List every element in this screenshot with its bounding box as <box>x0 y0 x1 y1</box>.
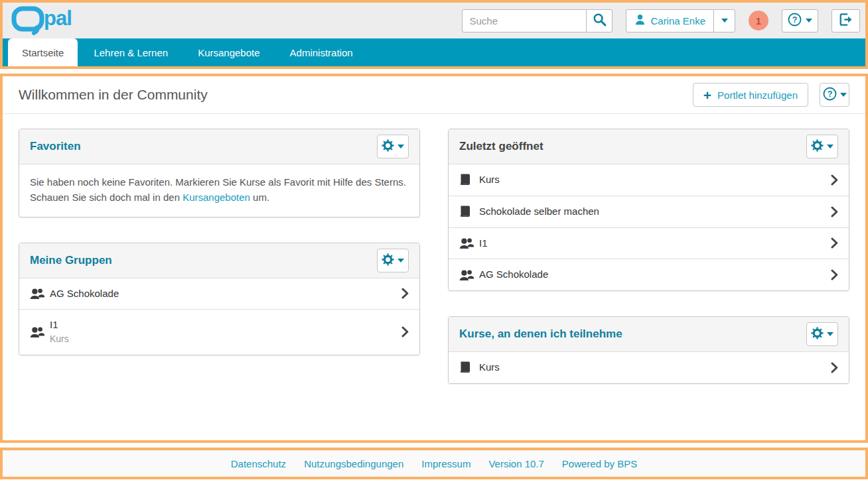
meine-gruppen-list: AG Schokolade I1 Kurs <box>19 278 419 355</box>
search-input[interactable] <box>462 9 587 32</box>
gear-icon <box>382 139 394 154</box>
footer-link[interactable]: Nutzungsbedingungen <box>304 458 403 469</box>
portlet-header: Kurse, an denen ich teilnehme <box>449 317 849 352</box>
footer-link[interactable]: Impressum <box>421 458 470 469</box>
portlet-title: Meine Gruppen <box>30 254 112 267</box>
portlet-settings-button[interactable] <box>806 135 838 158</box>
nav-tab[interactable]: Lehren & Lernen <box>80 38 182 66</box>
chevron-right-icon <box>831 174 838 186</box>
notification-badge[interactable]: 1 <box>749 11 768 30</box>
chevron-down-icon <box>721 19 728 23</box>
nav-tab[interactable]: Startseite <box>8 38 78 66</box>
nav-tab[interactable]: Administration <box>276 38 367 66</box>
chevron-down-icon <box>840 93 847 97</box>
portlets-right-column: Zuletzt geöffnet <box>448 129 849 384</box>
portlet-settings-button[interactable] <box>377 135 409 158</box>
top-header: pal <box>3 3 865 38</box>
user-menu-button[interactable]: Carina Enke <box>626 9 714 32</box>
search-icon <box>593 13 607 29</box>
main-navigation: StartseiteLehren & LernenKursangeboteAdm… <box>3 38 865 66</box>
kurse-teilnehme-list: Kurs <box>449 352 849 383</box>
portlet-header: Zuletzt geöffnet <box>449 129 849 164</box>
user-name: Carina Enke <box>650 15 705 27</box>
zuletzt-geoeffnet-portlet: Zuletzt geöffnet <box>448 129 849 291</box>
svg-text:?: ? <box>792 15 798 25</box>
group-icon <box>30 288 50 300</box>
page-actions: + Portlet hinzufügen ? <box>693 83 849 107</box>
list-item-label: I1 <box>50 319 401 331</box>
portlets-grid: Favoriten <box>3 114 865 398</box>
favoriten-empty-text: Sie haben noch keine Favoriten. Markiere… <box>19 164 417 217</box>
nav-tab[interactable]: Kursangebote <box>184 38 273 66</box>
chevron-right-icon <box>831 269 838 280</box>
list-item[interactable]: Kurs <box>449 164 849 196</box>
meine-gruppen-portlet: Meine Gruppen <box>19 243 420 355</box>
gear-icon <box>811 327 824 341</box>
portlet-settings-button[interactable] <box>377 249 409 272</box>
help-icon: ? <box>823 87 837 103</box>
search-button[interactable] <box>586 9 613 32</box>
add-portlet-button[interactable]: + Portlet hinzufügen <box>693 83 808 107</box>
add-portlet-label: Portlet hinzufügen <box>717 90 798 101</box>
list-item-label: Kurs <box>479 361 831 374</box>
gear-icon <box>811 139 824 154</box>
gear-icon <box>382 253 394 268</box>
chevron-right-icon <box>831 206 838 217</box>
group-icon <box>459 269 479 281</box>
user-icon <box>634 14 646 27</box>
header-controls: Carina Enke 1 ? <box>462 9 860 32</box>
search-group <box>462 9 613 32</box>
kurse-teilnehme-portlet: Kurse, an denen ich teilnehme <box>448 316 849 384</box>
footer-link[interactable]: Version 10.7 <box>488 458 543 469</box>
list-item[interactable]: AG Schokolade <box>19 278 419 310</box>
page-help-button[interactable]: ? <box>820 83 849 107</box>
portlet-settings-button[interactable] <box>806 322 838 346</box>
list-item-label: AG Schokolade <box>479 269 831 281</box>
footer-link[interactable]: Powered by BPS <box>562 458 637 469</box>
book-icon <box>459 174 479 186</box>
portlet-header: Favoriten <box>19 129 419 164</box>
user-menu-caret-button[interactable] <box>713 9 735 32</box>
group-icon <box>459 237 479 249</box>
portlet-title: Favoriten <box>30 140 81 153</box>
portlets-left-column: Favoriten <box>19 129 420 355</box>
help-menu-button[interactable]: ? <box>782 9 818 32</box>
list-item[interactable]: AG Schokolade <box>449 259 849 290</box>
list-item[interactable]: Schokolade selber machen <box>449 196 849 227</box>
list-item[interactable]: Kurs <box>449 352 849 383</box>
book-icon <box>459 206 479 218</box>
logout-icon <box>839 13 853 29</box>
chevron-down-icon <box>827 145 833 149</box>
favoriten-portlet: Favoriten <box>19 129 420 217</box>
chevron-right-icon <box>831 237 838 249</box>
opal-logo-text: pal <box>44 5 72 32</box>
chevron-right-icon <box>401 288 409 299</box>
page-title: Willkommen in der Community <box>19 87 208 103</box>
header-highlight-box: pal <box>0 0 868 69</box>
group-icon <box>30 326 50 338</box>
chevron-down-icon <box>827 332 833 336</box>
footer-link[interactable]: Datenschutz <box>231 458 286 469</box>
chevron-right-icon <box>401 326 409 337</box>
footer-highlight-box: DatenschutzNutzungsbedingungenImpressumV… <box>0 448 868 479</box>
page-header-row: Willkommen in der Community + Portlet hi… <box>3 76 865 113</box>
list-item-label: I1 <box>479 237 831 250</box>
zuletzt-geoeffnet-list: Kurs Schokolade selber machen I1 <box>449 164 849 290</box>
user-menu-group: Carina Enke <box>626 9 735 32</box>
help-icon: ? <box>788 13 802 29</box>
svg-text:?: ? <box>827 90 832 99</box>
chevron-down-icon <box>398 145 404 149</box>
list-item[interactable]: I1 Kurs <box>19 309 419 354</box>
list-item-label: Schokolade selber machen <box>479 206 831 218</box>
plus-icon: + <box>703 88 711 102</box>
list-item-label: AG Schokolade <box>50 288 401 300</box>
kursangebote-link[interactable]: Kursangeboten <box>182 192 250 203</box>
book-icon <box>459 361 479 374</box>
portlet-title: Kurse, an denen ich teilnehme <box>459 328 622 341</box>
chevron-right-icon <box>831 362 838 373</box>
chevron-down-icon <box>806 19 812 23</box>
opal-logo[interactable]: pal <box>11 5 72 36</box>
list-item[interactable]: I1 <box>449 227 849 259</box>
page-footer: DatenschutzNutzungsbedingungenImpressumV… <box>3 450 865 477</box>
logout-button[interactable] <box>832 9 860 32</box>
